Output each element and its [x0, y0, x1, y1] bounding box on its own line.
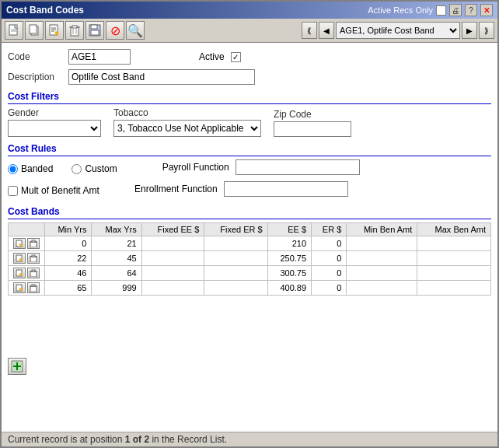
copy-button[interactable] [25, 21, 44, 40]
table-cell [204, 236, 267, 251]
mult-of-benefit-label: Mult of Benefit Amt [21, 185, 99, 196]
add-row-container [8, 358, 491, 375]
nav-dropdown[interactable]: AGE1, Optlife Cost Band [336, 22, 460, 39]
description-input[interactable] [68, 69, 255, 85]
toolbar: ⊘ 🔍 ⟪ ◀ AGE1, Optlife Cost Band ▶ ⟫ [2, 19, 497, 43]
table-cell: 210 [267, 236, 311, 251]
cost-rules-header: Cost Rules [8, 143, 491, 156]
zipcode-group: Zip Code [274, 109, 351, 137]
svg-rect-10 [71, 27, 79, 36]
delete-button[interactable] [65, 21, 84, 40]
close-button[interactable]: ✕ [480, 4, 493, 16]
row-delete-icon[interactable] [27, 282, 40, 293]
row-edit-icon[interactable] [13, 253, 26, 264]
mult-of-benefit-checkbox[interactable] [8, 186, 18, 196]
row-edit-icon[interactable] [13, 238, 26, 249]
col-fixed-ee: Fixed EE $ [141, 223, 204, 236]
svg-rect-22 [32, 240, 35, 242]
custom-label: Custom [85, 163, 117, 174]
col-min-ben: Min Ben Amt [347, 223, 417, 236]
table-cell [141, 281, 204, 296]
row-edit-icon[interactable] [13, 268, 26, 278]
table-cell [204, 266, 267, 281]
cancel-button[interactable]: ⊘ [106, 21, 124, 40]
table-cell: 46 [45, 266, 92, 281]
table-row: 0212100 [9, 236, 491, 251]
table-cell: 250.75 [267, 251, 311, 266]
table-cell: 0 [312, 251, 347, 266]
description-row: Description [8, 69, 491, 85]
nav-next-button[interactable]: ▶ [462, 22, 477, 39]
zipcode-input[interactable] [274, 121, 351, 137]
table-cell: 300.75 [267, 266, 311, 281]
table-cell [204, 251, 267, 266]
enrollment-function-row: Enrollment Function [124, 181, 348, 197]
col-max-yrs: Max Yrs [92, 223, 141, 236]
table-cell [417, 281, 491, 296]
status-record-position: 1 of 2 [125, 434, 149, 445]
table-row: 65999400.890 [9, 281, 491, 296]
custom-radio[interactable] [72, 164, 82, 174]
nav-prev-button[interactable]: ◀ [319, 22, 334, 39]
row-edit-icon[interactable] [13, 282, 26, 293]
table-cell: 0 [312, 266, 347, 281]
lookup-button[interactable]: 🔍 [126, 21, 145, 40]
col-min-yrs: Min Yrs [45, 223, 92, 236]
cost-bands-header: Cost Bands [8, 206, 491, 219]
table-cell [417, 236, 491, 251]
gender-select[interactable] [8, 120, 101, 137]
description-label: Description [8, 72, 62, 82]
table-cell: 21 [92, 236, 141, 251]
table-cell [347, 266, 417, 281]
code-input[interactable] [68, 49, 131, 65]
svg-rect-4 [30, 25, 37, 33]
table-cell [141, 266, 204, 281]
toolbar-left: ⊘ 🔍 [5, 21, 145, 40]
table-cell [204, 281, 267, 296]
print-button[interactable]: 🖨 [449, 4, 462, 16]
table-cell: 64 [92, 266, 141, 281]
active-checkbox[interactable]: ✓ [231, 52, 241, 62]
col-er: ER $ [312, 223, 347, 236]
payroll-function-label: Payroll Function [136, 162, 229, 173]
nav-first-button[interactable]: ⟪ [302, 22, 317, 39]
title-bar: Cost Band Codes Active Recs Only ✓ 🖨 ? ✕ [2, 2, 497, 19]
edit-button[interactable] [45, 21, 64, 40]
save-button[interactable] [85, 21, 104, 40]
table-cell [347, 281, 417, 296]
custom-radio-group: Custom [72, 163, 117, 174]
col-fixed-er: Fixed ER $ [204, 223, 267, 236]
row-delete-icon[interactable] [27, 268, 40, 278]
tobacco-select[interactable]: 3, Tobacco Use Not Applicable [113, 120, 261, 137]
svg-rect-17 [91, 30, 99, 35]
banded-radio-group: Banded [8, 163, 53, 174]
cost-filters-header: Cost Filters [8, 91, 491, 104]
tobacco-group: Tobacco 3, Tobacco Use Not Applicable [113, 107, 261, 137]
svg-rect-16 [91, 25, 97, 29]
payroll-function-input[interactable] [236, 159, 360, 175]
table-cell [417, 266, 491, 281]
table-cell [417, 251, 491, 266]
svg-rect-30 [30, 271, 37, 277]
banded-radio[interactable] [8, 164, 18, 174]
active-recs-checkbox[interactable]: ✓ [436, 5, 446, 16]
status-bar: Current record is at position 1 of 2 in … [2, 432, 497, 446]
help-button[interactable]: ? [465, 4, 477, 16]
svg-rect-27 [32, 255, 35, 257]
row-icons-cell [9, 251, 45, 266]
table-row: 2245250.750 [9, 251, 491, 266]
add-row-button[interactable] [8, 358, 26, 375]
row-delete-icon[interactable] [27, 253, 40, 264]
code-row: Code Active ✓ [8, 49, 491, 65]
table-cell [141, 251, 204, 266]
table-cell: 400.89 [267, 281, 311, 296]
table-cell: 0 [45, 236, 92, 251]
payroll-function-row: Payroll Function [136, 159, 360, 175]
main-content: Code Active ✓ Description Cost Filters G… [2, 43, 497, 432]
nav-last-button[interactable]: ⟫ [479, 22, 494, 39]
table-cell [141, 236, 204, 251]
enrollment-function-input[interactable] [224, 181, 348, 197]
row-delete-icon[interactable] [27, 238, 40, 249]
mult-of-benefit-group: Mult of Benefit Amt [8, 185, 99, 196]
new-button[interactable] [5, 21, 23, 40]
